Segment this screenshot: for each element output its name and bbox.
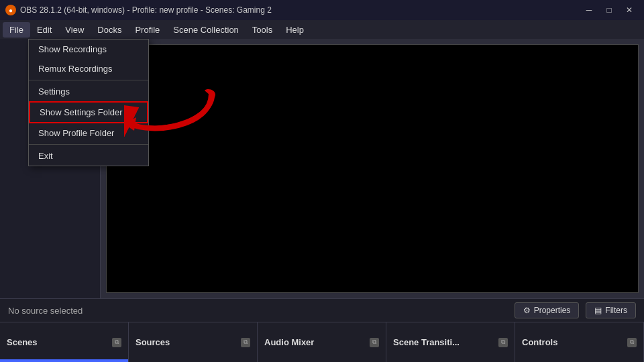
panel-audio-mixer[interactable]: Audio Mixer ⧉	[258, 322, 386, 362]
sources-label: Sources	[136, 337, 170, 347]
minimize-button[interactable]: ─	[580, 3, 598, 17]
gear-icon: ⚙	[523, 306, 531, 315]
menu-edit[interactable]: Edit	[30, 22, 58, 38]
menu-separator-1	[29, 80, 148, 80]
preview-area	[106, 44, 639, 293]
menu-show-profile-folder[interactable]: Show Profile Folder	[29, 123, 148, 143]
scenes-active-bar	[0, 359, 128, 362]
sources-icon: ⧉	[241, 338, 250, 347]
filters-button[interactable]: ▤ Filters	[586, 302, 636, 318]
menu-exit[interactable]: Exit	[29, 146, 148, 166]
menu-file[interactable]: File	[3, 22, 30, 38]
panel-scenes[interactable]: Scenes ⧉	[0, 322, 129, 362]
filter-icon: ▤	[594, 306, 602, 315]
menu-settings[interactable]: Settings	[29, 82, 148, 101]
menu-profile[interactable]: Profile	[128, 22, 166, 38]
menu-tools[interactable]: Tools	[246, 22, 279, 38]
file-dropdown-menu: Show Recordings Remux Recordings Setting…	[28, 39, 149, 166]
panel-controls[interactable]: Controls ⧉	[515, 322, 644, 362]
menu-separator-2	[29, 144, 148, 145]
audio-mixer-icon: ⧉	[370, 338, 379, 347]
menu-help[interactable]: Help	[279, 22, 311, 38]
obs-icon: ●	[5, 5, 16, 15]
properties-label: Properties	[534, 306, 571, 315]
menu-view[interactable]: View	[58, 22, 91, 38]
menu-bar: File Edit View Docks Profile Scene Colle…	[0, 20, 644, 39]
menu-scene-collection[interactable]: Scene Collection	[166, 22, 246, 38]
bottom-panels: Scenes ⧉ Sources ⧉ Audio Mixer ⧉ Scene T…	[0, 322, 644, 362]
close-button[interactable]: ✕	[620, 3, 639, 17]
title-bar: ● OBS 28.1.2 (64-bit, windows) - Profile…	[0, 0, 644, 20]
title-bar-left: ● OBS 28.1.2 (64-bit, windows) - Profile…	[5, 5, 272, 15]
scene-transitions-icon: ⧉	[498, 338, 508, 347]
no-source-label: No source selected	[8, 306, 83, 316]
controls-label: Controls	[522, 337, 557, 347]
title-bar-text: OBS 28.1.2 (64-bit, windows) - Profile: …	[20, 5, 272, 15]
menu-remux-recordings[interactable]: Remux Recordings	[29, 59, 148, 78]
menu-docks[interactable]: Docks	[91, 22, 128, 38]
panel-scene-transitions[interactable]: Scene Transiti... ⧉	[386, 322, 515, 362]
scenes-label: Scenes	[7, 337, 38, 347]
scenes-icon: ⧉	[112, 338, 121, 347]
scene-transitions-label: Scene Transiti...	[393, 337, 460, 347]
title-bar-controls[interactable]: ─ □ ✕	[580, 3, 639, 17]
menu-show-settings-folder[interactable]: Show Settings Folder	[29, 101, 148, 123]
menu-show-recordings[interactable]: Show Recordings	[29, 40, 148, 59]
audio-mixer-label: Audio Mixer	[264, 337, 314, 347]
properties-button[interactable]: ⚙ Properties	[515, 302, 580, 318]
maximize-button[interactable]: □	[600, 3, 619, 17]
controls-icon: ⧉	[627, 338, 637, 347]
filters-label: Filters	[605, 306, 627, 315]
status-bar: No source selected ⚙ Properties ▤ Filter…	[0, 298, 644, 322]
panel-sources[interactable]: Sources ⧉	[129, 322, 258, 362]
